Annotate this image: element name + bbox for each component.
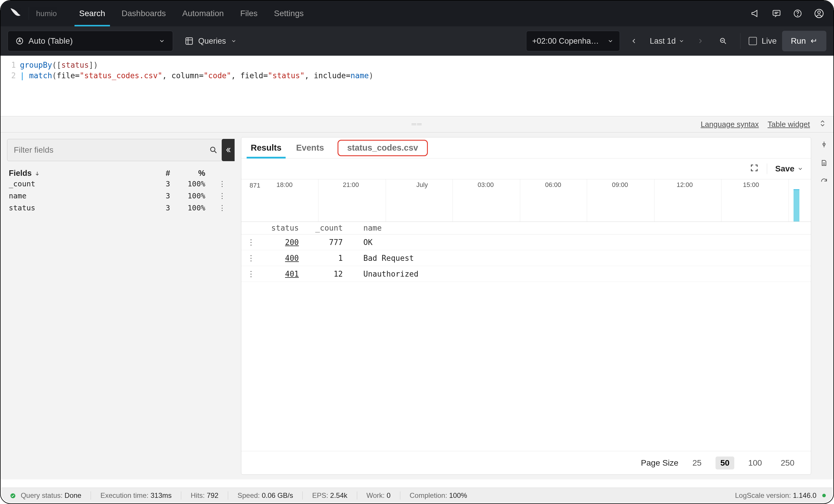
- cell-name: Bad Request: [357, 254, 811, 262]
- cell-status[interactable]: 200: [285, 238, 299, 247]
- chevron-down-icon: [679, 38, 684, 44]
- nav-tab-files[interactable]: Files: [232, 1, 266, 26]
- falcon-logo-icon: [10, 8, 22, 20]
- user-avatar-icon[interactable]: [814, 8, 824, 19]
- field-pct: 100%: [170, 204, 205, 212]
- tick-label: 21:00: [343, 181, 359, 189]
- view-mode-select[interactable]: Auto (Table): [8, 31, 173, 51]
- row-menu-button[interactable]: ⋮: [241, 254, 261, 262]
- token-id: name: [350, 71, 369, 80]
- fields-header: Fields # %: [7, 169, 227, 178]
- table-row: ⋮ 401 12 Unauthorized: [241, 266, 811, 282]
- timeline-ymax: 871: [249, 182, 260, 189]
- page-size-100[interactable]: 100: [744, 457, 767, 469]
- page-size-25[interactable]: 25: [688, 457, 706, 469]
- query-editor[interactable]: 1 groupBy([status]) 2 | match(file="stat…: [1, 56, 833, 116]
- field-count: 3: [147, 204, 170, 212]
- field-name[interactable]: _count: [9, 180, 147, 188]
- table-row: ⋮ 200 777 OK: [241, 234, 811, 250]
- filter-fields-input[interactable]: [13, 145, 204, 155]
- time-prev-button[interactable]: [625, 38, 643, 44]
- nav-tab-dashboards[interactable]: Dashboards: [113, 1, 174, 26]
- queries-dropdown[interactable]: Queries: [185, 37, 237, 46]
- field-name[interactable]: status: [9, 204, 147, 212]
- cell-name: Unauthorized: [357, 270, 811, 278]
- nav-tab-label: Files: [240, 9, 258, 18]
- tick-label: 18:00: [277, 181, 293, 189]
- chevron-down-icon: [231, 38, 237, 44]
- announce-icon[interactable]: [751, 9, 760, 18]
- page-size-50[interactable]: 50: [716, 457, 734, 469]
- table-widget-link[interactable]: Table widget: [767, 120, 810, 129]
- cell-status[interactable]: 401: [285, 270, 299, 278]
- timezone-select[interactable]: +02:00 Copenhag…: [526, 31, 620, 51]
- collapse-editor-icon[interactable]: [819, 119, 826, 129]
- top-nav: humio Search Dashboards Automation Files…: [1, 1, 833, 26]
- field-pct: 100%: [170, 180, 205, 188]
- svg-rect-0: [773, 10, 780, 15]
- main-area: Fields # % _count 3 100% ⋮ name 3 100% ⋮…: [1, 133, 833, 479]
- status-work: Work: 0: [357, 491, 400, 500]
- results-table: status _count name ⋮ 200 777 OK ⋮ 400 1 …: [241, 222, 811, 282]
- rail-info-icon[interactable]: [820, 159, 828, 169]
- language-syntax-link[interactable]: Language syntax: [701, 120, 759, 129]
- col-status[interactable]: status: [261, 224, 313, 232]
- drag-handle-icon[interactable]: ══: [412, 120, 422, 128]
- results-panel: Results Events status_codes.csv Save 871…: [241, 137, 811, 475]
- zoom-out-button[interactable]: [715, 37, 732, 45]
- run-button[interactable]: Run: [782, 31, 826, 51]
- nav-tabs: Search Dashboards Automation Files Setti…: [71, 1, 312, 26]
- nav-tab-search[interactable]: Search: [71, 1, 113, 26]
- status-hits: Hits: 792: [181, 491, 228, 500]
- rail-refresh-icon[interactable]: [820, 178, 828, 187]
- field-menu-button[interactable]: ⋮: [205, 192, 226, 200]
- token-fn: groupBy: [20, 61, 52, 69]
- queries-label: Queries: [198, 37, 226, 46]
- cell-status[interactable]: 400: [285, 254, 299, 262]
- tab-status-codes-file[interactable]: status_codes.csv: [337, 140, 428, 156]
- query-toolbar: Auto (Table) Queries +02:00 Copenhag… La…: [1, 26, 833, 56]
- side-rail: [816, 137, 832, 479]
- chevron-down-icon: [797, 166, 803, 172]
- field-pct: 100%: [170, 192, 205, 200]
- search-icon: [209, 146, 218, 155]
- timeline-chart[interactable]: 871 18:00 21:00 July 03:00 06:00 09:00 1…: [241, 179, 811, 222]
- brand-label: humio: [29, 7, 64, 20]
- col-count[interactable]: _count: [313, 224, 357, 232]
- enter-icon: [810, 37, 817, 45]
- nav-tab-automation[interactable]: Automation: [174, 1, 232, 26]
- tab-label: Results: [251, 143, 282, 153]
- page-size-control: Page Size 25 50 100 250: [241, 451, 811, 475]
- field-menu-button[interactable]: ⋮: [205, 204, 226, 212]
- fields-sort[interactable]: Fields: [9, 169, 147, 178]
- checkbox-icon: [749, 37, 757, 45]
- tick-label: 09:00: [612, 181, 628, 189]
- row-menu-button[interactable]: ⋮: [241, 238, 261, 247]
- field-menu-button[interactable]: ⋮: [205, 180, 226, 188]
- tab-results[interactable]: Results: [249, 137, 283, 158]
- tab-events[interactable]: Events: [295, 137, 325, 158]
- field-name[interactable]: name: [9, 192, 147, 200]
- count-header[interactable]: #: [147, 169, 170, 178]
- time-range-select[interactable]: Last 1d: [648, 37, 686, 46]
- nav-tab-settings[interactable]: Settings: [266, 1, 312, 26]
- tick-label: 12:00: [677, 181, 693, 189]
- pct-header[interactable]: %: [170, 169, 205, 178]
- help-icon[interactable]: [793, 9, 802, 18]
- page-size-250[interactable]: 250: [776, 457, 799, 469]
- fullscreen-button[interactable]: [750, 163, 759, 174]
- chat-icon[interactable]: [772, 9, 781, 18]
- status-version: LogScale version: 1.146.0: [735, 491, 826, 500]
- fields-label: Fields: [9, 169, 32, 178]
- live-toggle[interactable]: Live: [749, 36, 776, 46]
- timeline-bar: [793, 189, 799, 222]
- row-menu-button[interactable]: ⋮: [241, 270, 261, 278]
- svg-rect-6: [186, 38, 193, 45]
- status-eps: EPS: 2.54k: [302, 491, 357, 500]
- collapse-sidebar-button[interactable]: [222, 139, 235, 161]
- col-name[interactable]: name: [357, 224, 811, 232]
- page-size-label: Page Size: [641, 458, 679, 468]
- rail-pin-icon[interactable]: [820, 141, 828, 150]
- save-dropdown[interactable]: Save: [775, 164, 803, 174]
- filter-fields-box[interactable]: [7, 139, 224, 161]
